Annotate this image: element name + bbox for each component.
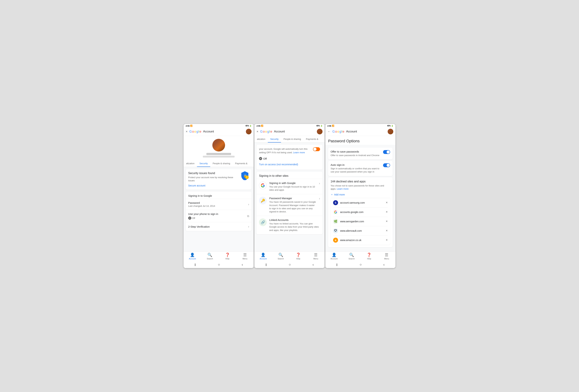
scrolled-card-2: your account, Google will automatically … [257, 145, 322, 170]
time-2: 2:55 [257, 125, 260, 127]
recent-btn-2[interactable]: ⫿ [265, 263, 267, 267]
add-more-row-3[interactable]: ＋ Add more [331, 191, 390, 198]
nav-account-1[interactable]: 👤 Account [184, 253, 201, 260]
linked-accounts-item-2[interactable]: 🔗 Linked Accounts You have no linked acc… [257, 216, 322, 234]
learn-more-link-2[interactable]: Learn more [293, 151, 305, 154]
help-icon-3: ❓ [367, 253, 371, 257]
search-label-1: Search [207, 258, 213, 260]
off-label-2: Off [263, 157, 267, 160]
google-signin-chevron-2: › [319, 181, 320, 185]
close-icon-2[interactable]: × [257, 130, 258, 134]
header-2: × Google Account [254, 127, 324, 136]
recent-btn-1[interactable]: ⫿ [194, 263, 196, 267]
nav-search-1[interactable]: 🔍 Search [201, 253, 218, 260]
tab-people-1[interactable]: People & sharing [210, 160, 233, 167]
tab-alization-1[interactable]: alization [184, 160, 197, 167]
google-signin-text-2: Signing in with Google You use your Goog… [269, 181, 316, 192]
nav-search-3[interactable]: 🔍 Search [343, 253, 360, 260]
google-signin-item-2[interactable]: Signing in with Google You use your Goog… [257, 179, 322, 194]
aerogarden-close-3[interactable]: × [386, 220, 388, 223]
off-status-2: Off [259, 156, 320, 161]
tab-payments-1[interactable]: Payments & [233, 160, 250, 167]
back-btn-2[interactable]: ‹ [313, 263, 314, 267]
google-favicon-3 [333, 210, 338, 215]
security-icon-wrap-1: 🔒 ! [241, 171, 249, 181]
recent-btn-3[interactable]: ⫿ [336, 263, 338, 267]
back-btn-1[interactable]: ‹ [242, 263, 243, 267]
auto-signin-desc-3: Sign in automatically or confirm that yo… [331, 167, 381, 173]
phone-signin-item-1[interactable]: Use your phone to sign in Off ⧉ [186, 210, 252, 222]
battery-text-3: 45% [387, 125, 391, 127]
amazon-close-3[interactable]: × [386, 238, 388, 242]
alienvault-close-3[interactable]: × [386, 229, 388, 233]
nav-help-3[interactable]: ❓ Help [360, 253, 378, 260]
tab-payments-2[interactable]: Payments & [303, 136, 321, 143]
linked-accounts-icon-2: 🔗 [259, 218, 267, 226]
home-btn-2[interactable]: ○ [289, 263, 291, 267]
samsung-close-3[interactable]: × [386, 201, 388, 205]
svg-text:!: ! [246, 176, 247, 179]
secure-account-link-1[interactable]: Secure account [188, 184, 205, 187]
home-btn-1[interactable]: ○ [218, 263, 220, 267]
declined-desc-3: You chose not to save passwords for thes… [331, 184, 390, 191]
amazon-name-3: www.amazon.co.uk [340, 239, 386, 241]
password-manager-chevron-2: › [319, 197, 320, 200]
search-icon-3: 🔍 [349, 253, 354, 257]
content-2: your account, Google will automatically … [254, 143, 324, 251]
tab-alization-2[interactable]: alization [254, 136, 268, 143]
status-bar-2: 2:55 📶 45%🔋 [254, 124, 324, 127]
password-manager-desc-2: You have 34 passwords saved in your Goog… [269, 200, 316, 213]
site-row-alienvault-3: 🛡 www.alienvault.com × [333, 226, 388, 235]
back-icon-3[interactable]: ← [327, 130, 331, 134]
account-label-3: Account [330, 258, 338, 260]
nav-menu-2[interactable]: ☰ Menu [307, 253, 324, 260]
status-time-2: 2:55 📶 [257, 125, 263, 127]
nav-help-1[interactable]: ❓ Help [219, 253, 236, 260]
nav-account-3[interactable]: 👤 Account [325, 253, 343, 260]
tab-security-1[interactable]: Security [197, 160, 210, 167]
twostep-item-1[interactable]: 2-Step Verification › [186, 222, 252, 231]
back-btn-3[interactable]: ‹ [383, 263, 385, 267]
plus-icon-3: ＋ [331, 193, 333, 196]
nav-search-2[interactable]: 🔍 Search [272, 253, 290, 260]
nav-help-2[interactable]: ❓ Help [290, 253, 307, 260]
time-3: 2:56 [327, 125, 331, 127]
tab-security-2[interactable]: Security [268, 136, 281, 143]
google-close-3[interactable]: × [386, 210, 388, 214]
close-icon-1[interactable]: × [186, 130, 188, 134]
battery-text-1: 45% [245, 125, 249, 127]
header-title-1: Account [203, 130, 214, 133]
orange-toggle-2 [313, 147, 320, 151]
signing-other-title-2: Signing in to other sites [257, 172, 322, 179]
sites-list-3: S account.samsung.com × [331, 198, 390, 245]
learn-more-3[interactable]: Learn more [337, 187, 349, 190]
password-item-1[interactable]: Password Last changed Jul 14, 2014 › [186, 199, 252, 210]
nav-account-2[interactable]: 👤 Account [254, 253, 272, 260]
nav-menu-1[interactable]: ☰ Menu [236, 253, 254, 260]
nav-menu-3[interactable]: ☰ Menu [378, 253, 395, 260]
password-manager-item-2[interactable]: 🔑 Password Manager You have 34 passwords… [257, 194, 322, 216]
turn-on-link-2[interactable]: Turn on access (not recommended) [259, 161, 320, 167]
samsung-name-3: account.samsung.com [340, 201, 386, 204]
signing-title-1: Signing in to Google [186, 192, 252, 199]
phone-signin-title-1: Use your phone to sign in [188, 212, 218, 215]
offer-save-title-3: Offer to save passwords [331, 150, 379, 153]
security-card-title-1: Security issues found [188, 172, 249, 175]
shield-icon-1: 🔒 ! [241, 171, 249, 181]
avatar-2 [317, 129, 322, 134]
offer-save-switch-3[interactable] [383, 150, 390, 154]
screen-1: 2:55 📶 45%🔋 × Google Account alization S… [184, 124, 254, 268]
tab-people-2[interactable]: People & sharing [281, 136, 303, 143]
home-btn-3[interactable]: ○ [360, 263, 362, 267]
account-icon-2: 👤 [261, 253, 266, 257]
status-time-3: 2:56 📶 [327, 125, 334, 127]
auto-signin-switch-3[interactable] [383, 163, 390, 167]
status-icons-3: 📶 [332, 125, 334, 127]
google-icon-circle-2 [259, 181, 267, 189]
declined-title-3: 144 declined sites and apps [331, 180, 390, 183]
auto-signin-toggle-3: Auto sign-in Sign in automatically or co… [328, 161, 393, 176]
avatar-1 [246, 129, 252, 134]
battery-3: 45%🔋 [387, 125, 393, 127]
status-icons-1: 📶 [190, 125, 193, 127]
android-nav-1: ⫿ ○ ‹ [184, 261, 254, 268]
